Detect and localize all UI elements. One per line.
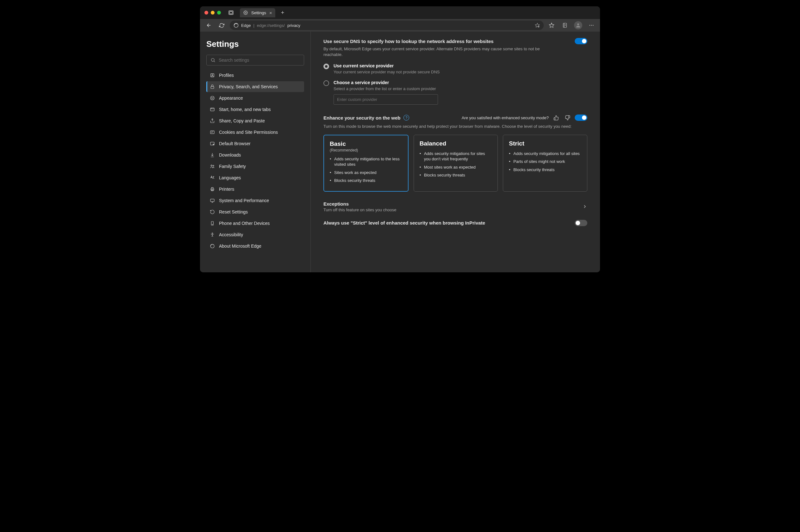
titlebar: Settings × + — [200, 6, 600, 19]
svg-point-17 — [211, 97, 212, 98]
download-icon — [209, 152, 215, 158]
phone-icon — [209, 221, 215, 226]
thumbs-down-button[interactable] — [563, 114, 572, 122]
sidebar-item-label: Default Browser — [219, 141, 250, 146]
language-icon — [209, 175, 215, 180]
enhance-desc: Turn on this mode to browse the web more… — [323, 124, 587, 129]
edge-icon — [209, 243, 215, 249]
sidebar-item-accessibility[interactable]: Accessibility — [206, 229, 304, 240]
back-button[interactable] — [204, 21, 213, 30]
share-icon — [209, 118, 215, 124]
sidebar-item-default-browser[interactable]: Default Browser — [206, 138, 304, 149]
profile-avatar[interactable] — [574, 21, 582, 30]
sidebar-item-about-microsoft-edge[interactable]: About Microsoft Edge — [206, 241, 304, 251]
svg-point-22 — [213, 144, 214, 145]
sidebar-item-label: Share, Copy and Paste — [219, 118, 265, 124]
sidebar-item-label: Appearance — [219, 96, 243, 100]
sidebar-item-downloads[interactable]: Downloads — [206, 150, 304, 160]
card-point: Adds security mitigations to the less vi… — [330, 156, 402, 167]
address-bar[interactable]: Edge | edge://settings/privacy — [230, 21, 544, 30]
window-close-button[interactable] — [204, 11, 208, 15]
enhance-title: Enhance your security on the web — [323, 115, 400, 120]
sidebar-item-system-and-performance[interactable]: System and Performance — [206, 195, 304, 206]
sidebar-item-share-copy-and-paste[interactable]: Share, Copy and Paste — [206, 115, 304, 126]
inprivate-strict-title: Always use "Strict" level of enhanced se… — [323, 220, 575, 226]
cookies-icon — [209, 129, 215, 135]
card-point: Parts of sites might not work — [509, 159, 581, 165]
new-tab-button[interactable]: + — [281, 10, 284, 16]
sidebar-item-label: Accessibility — [219, 232, 243, 237]
search-icon — [210, 58, 216, 63]
enhance-security-section: Enhance your security on the web ? Are y… — [323, 114, 587, 230]
card-point: Adds security mitigations for all sites — [509, 151, 581, 156]
secure-dns-desc: By default, Microsoft Edge uses your cur… — [323, 46, 551, 58]
inprivate-strict-toggle[interactable] — [575, 220, 587, 226]
feedback-text: Are you satisfied with enhanced security… — [462, 115, 549, 120]
sidebar-item-family-safety[interactable]: Family Safety — [206, 161, 304, 172]
dns-option-desc: Your current service provider may not pr… — [334, 70, 440, 74]
family-icon — [209, 164, 215, 169]
secure-dns-title: Use secure DNS to specify how to lookup … — [323, 39, 571, 44]
dns-option-current[interactable]: Use current service provider Your curren… — [323, 63, 587, 74]
sidebar-item-start-home-and-new-tabs[interactable]: Start, home, and new tabs — [206, 104, 304, 115]
dns-option-title: Use current service provider — [334, 63, 440, 68]
favorite-star-icon[interactable] — [535, 23, 540, 28]
sidebar-item-printers[interactable]: Printers — [206, 184, 304, 194]
settings-nav: ProfilesPrivacy, Search, and ServicesApp… — [206, 70, 304, 251]
secure-dns-toggle[interactable] — [575, 38, 587, 44]
sidebar-item-privacy-search-and-services[interactable]: Privacy, Search, and Services — [206, 81, 304, 92]
sidebar-item-label: Profiles — [219, 73, 234, 78]
tab-overview-icon[interactable] — [227, 9, 236, 16]
settings-search-input[interactable] — [219, 58, 300, 63]
sidebar-item-label: Start, home, and new tabs — [219, 107, 271, 112]
inprivate-strict-row: Always use "Strict" level of enhanced se… — [323, 216, 587, 230]
sidebar-item-label: Privacy, Search, and Services — [219, 84, 278, 89]
card-title: Basic — [330, 140, 402, 147]
help-icon[interactable]: ? — [404, 115, 409, 120]
svg-point-11 — [593, 25, 593, 26]
card-point: Blocks security threats — [420, 172, 492, 178]
settings-main: Use secure DNS to specify how to lookup … — [311, 32, 600, 272]
svg-point-24 — [213, 165, 214, 166]
sidebar-item-phone-and-other-devices[interactable]: Phone and Other Devices — [206, 218, 304, 229]
dns-option-choose[interactable]: Choose a service provider Select a provi… — [323, 80, 587, 105]
reload-button[interactable] — [217, 21, 226, 30]
card-point: Most sites work as expected — [420, 165, 492, 170]
sidebar-item-appearance[interactable]: Appearance — [206, 93, 304, 103]
sidebar-item-label: Downloads — [219, 152, 241, 157]
browser-tab[interactable]: Settings × — [240, 8, 275, 17]
tab-title: Settings — [251, 11, 266, 15]
card-points: Adds security mitigations for all sitesP… — [509, 151, 581, 173]
gear-icon — [243, 10, 248, 15]
svg-point-16 — [210, 96, 214, 100]
more-menu-icon[interactable] — [587, 21, 596, 30]
url-suffix: privacy — [287, 23, 300, 28]
svg-point-31 — [210, 244, 214, 248]
svg-point-30 — [212, 233, 213, 234]
sidebar-item-cookies-and-site-permissions[interactable]: Cookies and Site Permissions — [206, 127, 304, 138]
card-point: Adds security mitigations for sites you … — [420, 151, 492, 162]
tabs-icon — [209, 107, 215, 112]
sidebar-item-label: Family Safety — [219, 164, 246, 169]
thumbs-up-button[interactable] — [552, 114, 560, 122]
security-card-balanced[interactable]: BalancedAdds security mitigations for si… — [414, 135, 498, 192]
sidebar-item-reset-settings[interactable]: Reset Settings — [206, 207, 304, 217]
sidebar-item-languages[interactable]: Languages — [206, 172, 304, 183]
enhance-security-toggle[interactable] — [575, 114, 587, 121]
settings-search[interactable] — [206, 55, 304, 65]
card-points: Adds security mitigations to the less vi… — [330, 156, 402, 184]
sidebar-item-label: Printers — [219, 187, 234, 192]
custom-provider-input[interactable] — [334, 94, 438, 105]
window-minimize-button[interactable] — [211, 11, 215, 15]
favorites-icon[interactable] — [547, 21, 556, 30]
security-card-basic[interactable]: Basic(Recommended)Adds security mitigati… — [323, 135, 409, 192]
svg-rect-20 — [210, 131, 214, 133]
exceptions-row[interactable]: Exceptions Turn off this feature on site… — [323, 197, 587, 216]
collections-icon[interactable] — [561, 21, 569, 30]
security-card-strict[interactable]: StrictAdds security mitigations for all … — [503, 135, 587, 192]
tab-close-button[interactable]: × — [269, 10, 272, 16]
sidebar-item-profiles[interactable]: Profiles — [206, 70, 304, 81]
window-maximize-button[interactable] — [217, 11, 221, 15]
sidebar-item-label: Languages — [219, 175, 241, 180]
sidebar-item-label: Reset Settings — [219, 209, 248, 214]
